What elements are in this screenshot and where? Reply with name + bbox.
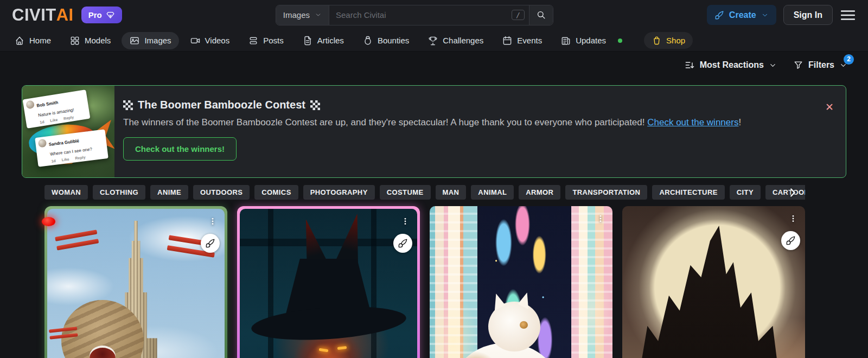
main-nav: Home Models Images Videos Posts Articles…: [0, 30, 868, 52]
card-image[interactable]: [240, 209, 417, 358]
dots-vertical-icon: [789, 213, 797, 225]
pro-label: Pro: [88, 10, 102, 20]
nav-item-images[interactable]: Images: [122, 32, 178, 49]
menu-button[interactable]: [840, 8, 856, 23]
video-icon: [190, 35, 201, 46]
filters-button[interactable]: Filters 2: [793, 60, 847, 71]
checkered-flag-icon: [123, 100, 133, 110]
create-button[interactable]: Create: [707, 5, 776, 25]
banner-title: The Boomer Bamboozle Contest: [123, 99, 831, 111]
logo-civit: CIVIT: [12, 6, 56, 23]
nav-label: Challenges: [443, 36, 483, 45]
onsite-generation-badge[interactable]: [201, 234, 220, 253]
search-category-select[interactable]: Images: [276, 5, 329, 25]
pro-button[interactable]: Pro: [81, 7, 122, 23]
brush-icon: [205, 238, 215, 248]
nav-label: Home: [29, 36, 51, 45]
tag-pill-transportation[interactable]: TRANSPORTATION: [565, 185, 647, 200]
tag-pill-costume[interactable]: COSTUME: [380, 185, 431, 200]
nav-item-home[interactable]: Home: [7, 32, 59, 49]
nav-item-models[interactable]: Models: [62, 32, 118, 49]
tag-pill-outdoors[interactable]: OUTDOORS: [193, 185, 250, 200]
onsite-generation-badge[interactable]: [781, 231, 800, 250]
nav-label: Events: [517, 36, 542, 45]
image-card[interactable]: [622, 206, 805, 358]
civitai-logo[interactable]: CIVIT AI: [12, 6, 74, 23]
create-label: Create: [729, 10, 756, 20]
nav-label: Posts: [263, 36, 284, 45]
image-card[interactable]: [237, 206, 420, 358]
search-category-value: Images: [283, 10, 310, 20]
nav-item-challenges[interactable]: Challenges: [420, 32, 491, 49]
nav-item-articles[interactable]: Articles: [295, 32, 352, 49]
nav-item-shop[interactable]: Shop: [644, 32, 693, 49]
tag-pill-photography[interactable]: PHOTOGRAPHY: [303, 185, 375, 200]
tag-pill-cartoon[interactable]: CARTOON: [765, 185, 805, 200]
tag-pill-man[interactable]: MAN: [436, 185, 467, 200]
image-card[interactable]: [430, 206, 612, 358]
top-right-actions: Create Sign In: [707, 5, 856, 25]
dots-vertical-icon: [596, 213, 605, 225]
nav-item-posts[interactable]: Posts: [240, 32, 291, 49]
tag-pill-clothing[interactable]: CLOTHING: [93, 185, 145, 200]
brush-icon: [398, 238, 408, 248]
nav-label: Articles: [317, 36, 344, 45]
nav-label: Updates: [576, 36, 606, 45]
banner-close-button[interactable]: ✕: [825, 102, 834, 112]
banner-message: The winners of the Boomer Bamboozle Cont…: [123, 117, 831, 128]
check-winners-link[interactable]: Check out the winners: [647, 117, 738, 127]
shopping-bag-icon: [652, 35, 662, 46]
comment-meta: Reply: [63, 115, 74, 120]
tag-pill-animal[interactable]: ANIMAL: [471, 185, 514, 200]
tag-pill-city[interactable]: CITY: [730, 185, 761, 200]
stack-icon: [248, 35, 259, 46]
live-indicator-dot: [42, 217, 55, 226]
card-image[interactable]: [430, 206, 612, 358]
sign-in-button[interactable]: Sign In: [783, 5, 833, 25]
tag-pill-woman[interactable]: WOMAN: [44, 185, 88, 200]
tag-pill-anime[interactable]: ANIME: [150, 185, 188, 200]
card-image[interactable]: [47, 209, 225, 358]
logo-ai: AI: [56, 6, 74, 23]
tag-pill-architecture[interactable]: ARCHITECTURE: [652, 185, 724, 200]
banner-message-end: !: [738, 117, 741, 127]
nav-label: Models: [85, 36, 111, 45]
search-input[interactable]: [336, 10, 507, 20]
avatar: [38, 139, 47, 148]
contest-banner-image: Bob Smith Nature is amazing! 1d Like Rep…: [22, 86, 114, 177]
search-button[interactable]: [529, 5, 553, 25]
fake-comment-card: Bob Smith Nature is amazing! 1d Like Rep…: [23, 90, 91, 129]
image-card[interactable]: [44, 206, 227, 358]
news-icon: [560, 35, 571, 46]
tag-pill-armor[interactable]: ARMOR: [519, 185, 560, 200]
slash-shortcut-key: /: [512, 10, 525, 20]
check-winners-button[interactable]: Check out the winners!: [123, 137, 237, 161]
card-menu-button[interactable]: [401, 215, 410, 227]
onsite-generation-badge[interactable]: [393, 234, 412, 253]
nav-item-bounties[interactable]: Bounties: [355, 32, 417, 49]
brush-icon: [714, 10, 724, 20]
dots-vertical-icon: [401, 215, 410, 227]
trophy-icon: [427, 35, 438, 46]
nav-label: Bounties: [378, 36, 409, 45]
card-menu-button[interactable]: [596, 213, 605, 225]
hamburger-icon: [841, 10, 855, 21]
tag-pill-comics[interactable]: COMICS: [254, 185, 298, 200]
card-image[interactable]: [622, 206, 805, 358]
nav-item-videos[interactable]: Videos: [182, 32, 238, 49]
nav-item-events[interactable]: Events: [494, 32, 550, 49]
card-menu-button[interactable]: [208, 215, 217, 227]
comment-meta: Reply: [75, 155, 86, 160]
scene-shape-window-panel: [571, 206, 612, 358]
image-card-grid: [44, 206, 805, 358]
scene-shape-cat-eye: [520, 321, 528, 329]
nav-label: Images: [144, 36, 171, 45]
file-text-icon: [302, 35, 313, 46]
sort-dropdown[interactable]: Most Reactions: [684, 60, 777, 71]
filters-label: Filters: [808, 60, 834, 70]
card-menu-button[interactable]: [789, 213, 797, 225]
nav-item-updates[interactable]: Updates: [553, 32, 614, 49]
search-area: Images /: [130, 5, 699, 25]
tags-scroll-right-button[interactable]: [787, 187, 799, 199]
search-icon: [536, 10, 546, 20]
